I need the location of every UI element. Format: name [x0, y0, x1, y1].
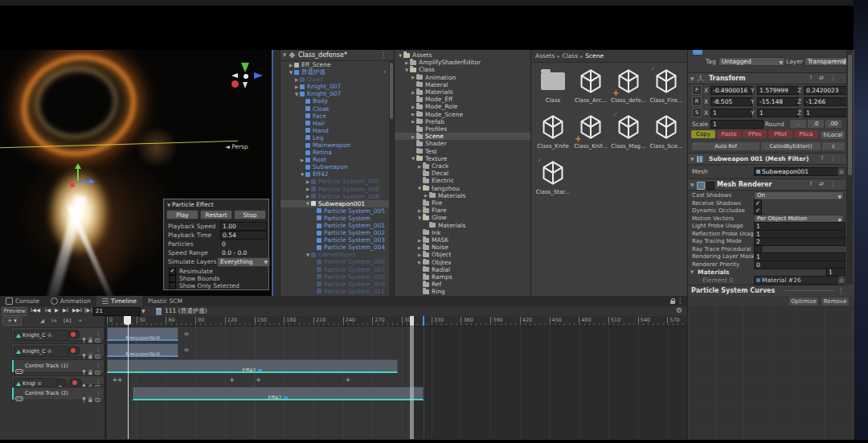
prefab-chevron-icon[interactable]: ›: [383, 68, 386, 76]
project-folder-ink[interactable]: Ink: [395, 229, 531, 236]
track-binding-field[interactable]: Knight_C⊗: [14, 346, 68, 357]
project-folder-objtex[interactable]: ▶Objtex: [395, 259, 531, 266]
auto-ref-button[interactable]: Auto Ref: [691, 142, 760, 151]
psca-button[interactable]: PSca: [794, 130, 818, 138]
foldout-arrow-icon[interactable]: ▶: [293, 84, 300, 89]
asset-class-mag[interactable]: ✓Class_Mag...: [611, 113, 646, 150]
object-picker-icon[interactable]: ⊙: [837, 276, 845, 285]
particle-system-curves-bar[interactable]: Particle System Curves ⋮: [688, 285, 846, 296]
project-folder-noise[interactable]: ▶Noise: [395, 244, 531, 251]
breadcrumb-class[interactable]: Class: [562, 52, 578, 59]
project-folder-scene[interactable]: ▶Scene: [395, 133, 531, 140]
perspective-label[interactable]: ◄ Persp: [225, 143, 248, 150]
stop-button[interactable]: Stop: [234, 210, 266, 219]
foldout-arrow-icon[interactable]: ▶: [416, 260, 423, 265]
hierarchy-item-leg[interactable]: Leg: [280, 134, 395, 142]
record-button[interactable]: [67, 346, 80, 355]
project-folder-mask[interactable]: ▶MASK: [395, 236, 531, 244]
previous-frame-button[interactable]: Ι◀: [45, 307, 51, 314]
kebab-menu-icon[interactable]: ⋮: [380, 51, 387, 59]
view-gizmo-z-cone[interactable]: [254, 72, 263, 79]
foldout-arrow-icon[interactable]: ▼: [690, 156, 694, 162]
breadcrumb-scene[interactable]: Scene: [585, 52, 604, 59]
project-folder-glow[interactable]: ▼Glow: [395, 214, 531, 221]
project-folder-decal[interactable]: Decal: [395, 170, 531, 177]
play-button[interactable]: ▶: [55, 307, 59, 314]
project-folder-texture[interactable]: ▼Texture: [395, 155, 531, 162]
round-button-0[interactable]: .: [789, 119, 807, 129]
round-button-1[interactable]: .0: [807, 119, 825, 129]
hierarchy-item-particle-system-005[interactable]: Particle System_005: [280, 207, 395, 215]
move-gizmo-y-arrow[interactable]: [75, 163, 81, 169]
track-header-knight-c-1[interactable]: Knight_C⊗⋮: [11, 343, 104, 357]
play-range-button[interactable]: [▶]: [84, 307, 92, 314]
foldout-arrow-icon[interactable]: ▶: [305, 179, 311, 184]
tab-plastic-scm[interactable]: Plastic SCM: [142, 296, 188, 306]
hierarchy-item-particle-system-007[interactable]: Particle System_007: [280, 266, 395, 273]
hierarchy-item-subweapon[interactable]: Subweapon: [280, 163, 395, 170]
foldout-arrow-icon[interactable]: ▶: [403, 60, 410, 65]
component-enabled-checkbox[interactable]: [706, 182, 714, 190]
show-only-selected-checkbox[interactable]: [169, 282, 176, 289]
keyframe-marker[interactable]: +: [117, 377, 123, 384]
mesh-filter-header[interactable]: ▼ Subweapon 001 (Mesh Filter) ? ⋮: [688, 153, 846, 165]
project-folder-ramps[interactable]: Ramps: [395, 273, 531, 281]
foldout-arrow-icon[interactable]: ▶: [423, 193, 429, 198]
asset-class-sce[interactable]: Class_Sce...: [649, 113, 684, 150]
layer-dropdown[interactable]: TransparentFX▼: [805, 57, 849, 66]
view-gizmo-y-cone[interactable]: [241, 63, 249, 72]
project-folder-prefab[interactable]: ▶Prefab: [395, 118, 531, 125]
project-folder-amplifyshadereditor[interactable]: ▶AmplifyShaderEditor: [395, 59, 531, 66]
foldout-arrow-icon[interactable]: ▶: [410, 75, 416, 80]
asset-class-knif[interactable]: +Class_Knif...: [573, 113, 608, 150]
project-folder-object[interactable]: ▶Object: [395, 251, 531, 258]
goto-end-button[interactable]: ▶▶Ι: [72, 307, 82, 314]
chevron-down-icon[interactable]: ▼: [141, 308, 145, 314]
foldout-arrow-icon[interactable]: ▶: [416, 208, 423, 213]
foldout-arrow-icon[interactable]: ▶: [416, 164, 423, 169]
foldout-arrow-icon[interactable]: ▶: [416, 245, 423, 250]
foldout-arrow-icon[interactable]: ▶: [416, 238, 423, 243]
project-folder-fangzhou[interactable]: ▼fangzhou: [395, 185, 531, 192]
foldout-arrow-icon[interactable]: ▶: [410, 105, 416, 109]
restart-button[interactable]: Restart: [200, 210, 232, 219]
marker-toggle-icon[interactable]: ⌖: [79, 318, 82, 324]
hierarchy-item-particle-system[interactable]: Particle System: [280, 215, 395, 222]
view-gizmo-white-cone-down[interactable]: [243, 82, 248, 88]
breadcrumb-assets[interactable]: Assets: [535, 52, 555, 59]
tab-animation[interactable]: Animation: [45, 296, 96, 306]
foldout-arrow-icon[interactable]: ▼: [403, 68, 410, 72]
transform-r-x-field[interactable]: -8.505: [710, 97, 752, 106]
project-folder-mode-eff[interactable]: Mode_Eff: [395, 96, 531, 103]
local-button[interactable]: ↻Local: [820, 130, 845, 140]
foldout-arrow-icon[interactable]: ▼: [305, 252, 311, 257]
playhead-handle[interactable]: [124, 316, 131, 325]
transform-s-x-field[interactable]: 1: [710, 109, 752, 117]
hierarchy-item-particle-system-010[interactable]: Particle System_010: [280, 273, 395, 281]
replace-mode-icon[interactable]: [A]: [63, 318, 72, 324]
materials-foldout-row[interactable]: ▼ Materials 1: [688, 268, 846, 276]
track-header-control-track-1-2[interactable]: Control Track (1)⋮: [11, 359, 104, 373]
foldout-arrow-icon[interactable]: ▶: [416, 252, 423, 257]
keyframe-marker[interactable]: +: [256, 377, 261, 384]
view-gizmo-white-cone-left[interactable]: [231, 73, 238, 78]
tab-timeline[interactable]: Timeline: [96, 296, 142, 306]
mesh-object-field[interactable]: Subweapon001: [754, 167, 839, 176]
hierarchy-item-particle-system-011[interactable]: Particle System_011: [280, 288, 395, 295]
view-gizmo-x-handle[interactable]: [231, 80, 239, 88]
hierarchy-item-particle-system-005[interactable]: ▶Particle System_005: [280, 178, 395, 185]
next-frame-button[interactable]: ▶Ι: [63, 307, 68, 314]
play-button[interactable]: Play: [166, 210, 199, 219]
foldout-arrow-icon[interactable]: ▼: [299, 172, 305, 177]
ppos-button[interactable]: PPos: [743, 130, 767, 138]
remove-binding-icon[interactable]: ⊗: [37, 380, 42, 387]
asset-class-knife[interactable]: Class_Knife: [535, 113, 571, 150]
inspector-scrollbar[interactable]: [846, 50, 853, 285]
project-folder-materal[interactable]: Materal: [395, 81, 531, 88]
asset-class[interactable]: Class: [535, 68, 571, 104]
hierarchy-item-cloak[interactable]: Cloak: [280, 105, 395, 113]
playback-time-input[interactable]: 0.54: [220, 231, 267, 240]
transform-s-badge[interactable]: S: [692, 108, 702, 117]
project-folder-electric[interactable]: Electric: [395, 177, 531, 184]
remove-binding-icon[interactable]: ⊗: [47, 332, 52, 338]
